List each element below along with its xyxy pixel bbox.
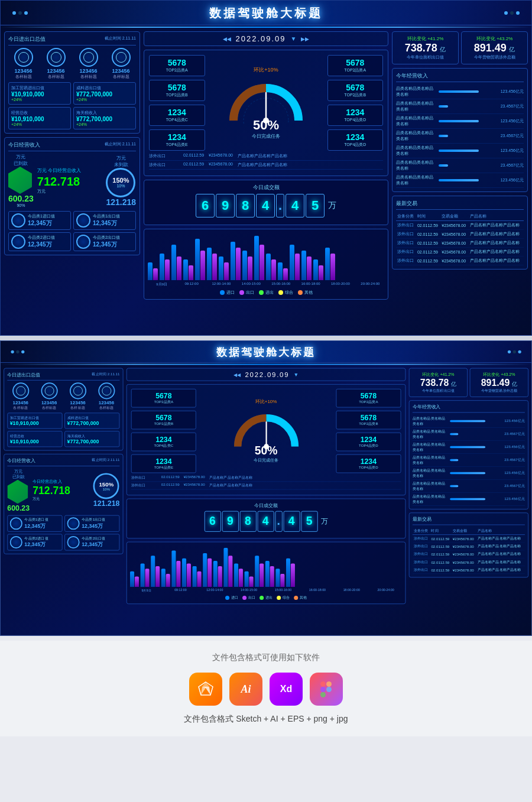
rev600-pct-label: 90% bbox=[8, 203, 34, 207]
chart-legend: 进口 出口 进出 综合 bbox=[148, 290, 384, 296]
bar-group bbox=[231, 242, 241, 280]
rev-amount: 23.4567亿元 bbox=[494, 483, 525, 489]
bar-purple bbox=[307, 256, 312, 280]
bar-purple bbox=[135, 577, 139, 587]
chart-label-item: 20:00-24:00 bbox=[369, 589, 402, 593]
svg-rect-10 bbox=[320, 681, 326, 687]
left-col-2: 今日进出口总值 截止时间 2.11.11 123456 各样标题 123456 … bbox=[4, 368, 123, 632]
bar-blue bbox=[141, 564, 145, 587]
bar-purple bbox=[291, 564, 295, 587]
gauge-grid: 5678 TOP2品类A 5678 TOP2品类B 1234 TOP4品类C bbox=[149, 55, 383, 151]
rev-amount: 123.456亿元 bbox=[488, 148, 524, 154]
rev600-val: 600.23 bbox=[8, 194, 34, 203]
dashboard-2-body: 今日进出口总值 截止时间 2.11.11 123456 各样标题 123456 … bbox=[1, 365, 531, 635]
small-stats-2: 今品类1进口值 12,345万 今品类1出口值 12,345万 bbox=[7, 515, 119, 551]
rev-list-row: 品类名称品类名称品类名称 23.4567亿元 bbox=[413, 428, 525, 441]
rev-right-val: 121.218 bbox=[106, 197, 136, 207]
trans-title: 今日成交额 bbox=[150, 184, 382, 191]
import-item-2: 123456 各样标题 bbox=[41, 48, 71, 80]
rev-bar bbox=[439, 120, 479, 122]
chart-label-item: 09:12:00 bbox=[177, 282, 205, 287]
ring-2 bbox=[47, 48, 66, 67]
tx-amount: ¥2345678.00 bbox=[452, 535, 476, 543]
tstat-2-unit: 亿 bbox=[509, 46, 515, 53]
rev-list-title: 今年经营收入 bbox=[396, 72, 524, 82]
rev-pct-sub: 10% bbox=[116, 184, 125, 188]
sstat-3-val: 12,345万 bbox=[28, 241, 55, 249]
rev-bar-wrap bbox=[450, 459, 491, 462]
tx-type: 涉外出口 bbox=[396, 239, 416, 248]
tx-product: 产品名称产品名称产品名称 bbox=[469, 230, 524, 239]
bar-group bbox=[242, 251, 252, 280]
ring-1 bbox=[14, 48, 33, 67]
tx-row: 涉外出口 02.0112.59 ¥2345678.00 产品名称产品名称产品名称 bbox=[396, 256, 524, 265]
right-col-2: 环比变化 +41.2% 738.78 亿 今年单位面积出口值 环比变化 +43.… bbox=[409, 368, 528, 632]
rev-bar-wrap bbox=[439, 135, 486, 137]
rev-main: 万元 今日经营总收入 712.718 万元 bbox=[37, 167, 103, 194]
rev-name: 品类名称品类名称品类名称 bbox=[413, 481, 448, 492]
sstat-3: 今品类2进口值 12,345万 bbox=[8, 232, 71, 251]
rev-amount: 23.4567亿元 bbox=[488, 133, 524, 139]
rev-amount: 123.456亿元 bbox=[494, 496, 525, 502]
tx-row: 涉外出口 02.0112.59 ¥2345678.00 产品名称产品名称产品名称 bbox=[413, 566, 525, 573]
bar-purple bbox=[330, 254, 335, 280]
rev-list-row: 品类名称品类名称品类名称 23.4567亿元 bbox=[396, 99, 524, 114]
bar-blue bbox=[301, 251, 306, 280]
gauge-item-7: 1234 TOP4品类D bbox=[327, 105, 384, 126]
import-grid: 123456 各样标题 123456 各样标题 123456 各样标题 bbox=[8, 48, 136, 80]
bar-group bbox=[207, 248, 217, 280]
rev-list-row: 品类名称品类名称品类名称 123.456亿元 bbox=[413, 493, 525, 506]
bar-blue bbox=[254, 236, 259, 280]
sub-metrics-2: 加工贸易进出口值 ¥10,910,000 成科进出口值 ¥772,700,000… bbox=[7, 413, 119, 447]
bar-purple bbox=[259, 245, 264, 280]
tx-row: 涉外出口 02.0112.59 ¥2345678.00 产品名称产品名称产品名称 bbox=[413, 543, 525, 550]
rev-name: 品类名称品类名称品类名称 bbox=[396, 145, 436, 157]
sstat-2-label: 今品类1出口值 bbox=[93, 213, 120, 219]
digit-4: 4 bbox=[256, 194, 275, 217]
tx-product: 产品名称产品名称产品名称 bbox=[476, 550, 525, 558]
bar-blue bbox=[245, 572, 249, 587]
legend-dot-3 bbox=[259, 290, 264, 295]
rev-name: 品类名称品类名称品类名称 bbox=[413, 429, 448, 440]
header-2-dots-right bbox=[508, 350, 521, 353]
tx-amount: ¥2345678.00 bbox=[452, 550, 476, 558]
rev-bar-wrap bbox=[450, 498, 491, 501]
svg-marker-8 bbox=[206, 687, 210, 695]
tstat-1-change: 环比变化 +41.2% bbox=[396, 35, 455, 42]
bar-purple bbox=[177, 256, 181, 280]
gauge-item-4: 1234 TOP4品类E bbox=[149, 129, 205, 151]
revenue-panel: 今日经营收入 截止时间 2.11.11 万元已到款 600.23 90% 万元 … bbox=[4, 137, 140, 255]
rev-amount: 123.456亿元 bbox=[488, 177, 524, 183]
tx-type: 涉外出口 bbox=[413, 566, 430, 573]
speedo-change: 环比+10% bbox=[254, 66, 278, 74]
digit-6: 5 bbox=[306, 194, 325, 217]
tx-type: 涉外出口 bbox=[413, 550, 430, 558]
chart-label-item: 14:00-15:00 bbox=[237, 282, 265, 287]
gval-5: 5678 bbox=[332, 58, 379, 67]
rev-amount: 23.4567亿元 bbox=[494, 431, 525, 437]
bar-purple bbox=[145, 569, 150, 587]
glbl-3: TOP4品类C bbox=[153, 117, 201, 123]
dashboard-2-title: 数据驾驶舱大标题 bbox=[1, 345, 531, 359]
digit-1: 6 bbox=[196, 194, 215, 217]
tx-row: 涉外出口 02.0112.59 ¥2345678.00 产品名称产品名称产品名称 bbox=[396, 221, 524, 230]
bar-purple bbox=[248, 256, 252, 280]
bar-purple bbox=[207, 559, 212, 587]
bar-blue bbox=[265, 561, 270, 587]
bar-blue bbox=[160, 254, 164, 280]
rev-list-row: 品类名称品类名称品类名称 123.456亿元 bbox=[413, 467, 525, 480]
bar-purple bbox=[189, 265, 193, 280]
dashboard-2: 数据驾驶舱大标题 今日进出口总值 截止时间 2.11.11 123456 各样标… bbox=[0, 340, 532, 636]
revenue-title: 今日经营收入 截止时间 2.11.11 bbox=[8, 141, 136, 151]
date-bar: ◀◀ 2022.09.09 ▼ ▶▶ bbox=[144, 31, 388, 46]
sstat-4: 今品类2出口值 12,345万 bbox=[73, 232, 136, 251]
tx-amount: ¥2345678.00 bbox=[452, 543, 476, 550]
bar-group bbox=[286, 559, 295, 587]
rev-name: 品类名称品类名称品类名称 bbox=[413, 416, 448, 427]
tx-product: 产品名称产品名称产品名称 bbox=[476, 558, 525, 566]
tx-product: 产品名称产品名称产品名称 bbox=[469, 221, 524, 230]
digit-dot: . bbox=[276, 194, 284, 217]
legend-1: 进口 bbox=[220, 290, 235, 296]
dot-5 bbox=[510, 11, 514, 15]
bar-group bbox=[223, 548, 232, 587]
